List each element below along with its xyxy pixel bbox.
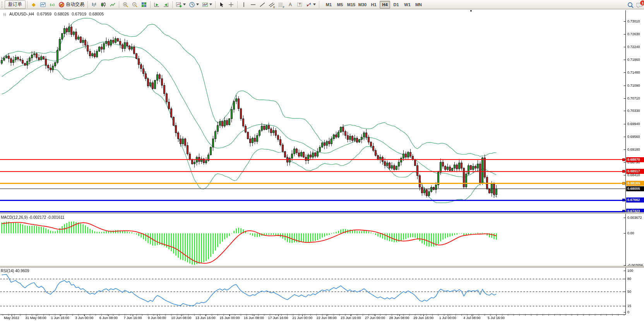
search-icon[interactable]: [627, 2, 633, 8]
timeframe-h4[interactable]: H4: [380, 1, 390, 9]
vertical-line-button[interactable]: [239, 0, 248, 9]
level-line-0.67662[interactable]: [0, 200, 625, 201]
level-line-0.68870[interactable]: [0, 159, 625, 160]
price-tick-label: 0.73010: [627, 19, 640, 23]
indicators-button[interactable]: [174, 0, 187, 9]
price-badge-0.68005: 0.68005: [626, 186, 644, 191]
pane-splitter-rsi[interactable]: [0, 266, 644, 268]
text-tool-icon: A: [287, 2, 293, 8]
candlestick-chart-button[interactable]: [99, 0, 108, 9]
time-label: 13 Jun 16:00: [195, 316, 216, 320]
crosshair-icon: [228, 2, 234, 8]
timeframe-w1[interactable]: W1: [402, 1, 413, 9]
level-line-handle[interactable]: [622, 170, 625, 173]
crosshair-button[interactable]: [226, 0, 236, 9]
bar-chart-icon: [91, 2, 97, 8]
market-watch-button[interactable]: [38, 0, 48, 9]
auto-scroll-button[interactable]: [152, 0, 161, 9]
toolbar-grip[interactable]: [2, 2, 4, 8]
level-line-0.68005[interactable]: [0, 189, 625, 189]
trendline-button[interactable]: [258, 0, 267, 9]
time-label: 10 Jun 08:00: [171, 316, 191, 320]
signal-icon: [49, 2, 55, 8]
tile-windows-button[interactable]: [139, 0, 149, 9]
time-label: 3 Jun 00:00: [75, 316, 93, 320]
macd-tick-label: 0.00: [627, 231, 634, 235]
time-label: 29 Jun 16:00: [413, 316, 433, 320]
tile-windows-icon: [141, 2, 147, 8]
price-tick-label: 0.70330: [627, 109, 640, 113]
bar-chart-button[interactable]: [89, 0, 99, 9]
timeframe-m30[interactable]: M30: [357, 1, 368, 9]
cursor-arrow-icon: [219, 2, 225, 8]
chart-shift-button[interactable]: [161, 0, 171, 9]
chart-window-icon: [40, 2, 46, 8]
fibo-sub-label: F: [283, 6, 284, 9]
line-chart-button[interactable]: [108, 0, 117, 9]
rsi-tick-label: 80: [627, 277, 631, 281]
price-tick-label: 0.69940: [627, 122, 640, 126]
level-line-handle[interactable]: [622, 158, 625, 161]
price-tick-label: 0.70710: [627, 96, 640, 100]
price-badge-0.67662: 0.67662: [626, 197, 644, 203]
timeframe-m15[interactable]: M15: [346, 1, 356, 9]
zoom-out-icon: [132, 2, 138, 8]
level-line-0.68517[interactable]: [0, 171, 625, 172]
autotrading-ban-icon: [58, 2, 65, 8]
text-button[interactable]: A: [286, 0, 295, 9]
timeframe-m1[interactable]: M1: [324, 1, 334, 9]
toolbar-separator: [319, 1, 319, 8]
new-order-label: 新订单: [8, 1, 22, 8]
ohlc-open: 0.67959: [37, 12, 51, 16]
price-chart-canvas[interactable]: [0, 0, 644, 321]
periods-button[interactable]: [187, 0, 200, 9]
label-tool-letter: T: [299, 2, 301, 6]
open-chart-button[interactable]: ◆: [29, 0, 38, 9]
dropdown-caret-icon: [183, 2, 186, 8]
arrows-button[interactable]: [304, 0, 317, 9]
dropdown-caret-icon: [196, 2, 199, 8]
chart-shift-marker[interactable]: ▼: [469, 10, 473, 13]
level-line-0.68165[interactable]: [0, 183, 625, 184]
dropdown-caret-icon: [313, 2, 316, 8]
timeframe-h1[interactable]: H1: [368, 1, 379, 9]
timeframe-m5[interactable]: M5: [335, 1, 345, 9]
new-order-button[interactable]: 新订单: [5, 0, 26, 9]
channel-sub-label: E: [273, 6, 275, 9]
timeframe-mn[interactable]: MN: [413, 1, 424, 9]
horizontal-line-button[interactable]: [248, 0, 258, 9]
template-icon: [202, 2, 208, 8]
signals-button[interactable]: [48, 0, 57, 9]
time-label: 27 Jun 00:00: [365, 316, 385, 320]
templates-button[interactable]: [200, 0, 214, 9]
pane-splitter-macd[interactable]: [0, 212, 644, 214]
rsi-tick-label: 15: [627, 304, 631, 308]
time-label: 31 May 08:00: [25, 316, 46, 320]
notifications-button[interactable]: 1: [636, 2, 642, 8]
toolbar-right: 1: [627, 0, 642, 9]
time-label: May 2022: [4, 316, 19, 320]
rsi-tick-label: 0: [627, 310, 629, 314]
autotrading-button[interactable]: 自动交易: [57, 0, 86, 9]
fibonacci-button[interactable]: F: [276, 0, 286, 9]
timeframe-group: M1M5M15M30H1H4D1W1MN: [323, 1, 424, 9]
time-label: 4 Jul 08:00: [463, 316, 480, 320]
zoom-out-button[interactable]: [130, 0, 139, 9]
channel-button[interactable]: E: [267, 0, 276, 9]
symbol-period-label: AUDUSD-,H4: [9, 12, 34, 16]
timeframe-d1[interactable]: D1: [391, 1, 401, 9]
ohlc-low: 0.67919: [72, 12, 86, 16]
level-line-handle[interactable]: [622, 182, 625, 185]
price-badge-0.68517: 0.68517: [626, 169, 644, 174]
level-line-handle[interactable]: [622, 199, 625, 201]
time-label: 28 Jun 08:00: [389, 316, 409, 320]
time-label: 17 Jun 16:00: [268, 316, 288, 320]
chart-shift-icon: [163, 2, 169, 8]
rsi-tick-label: 50: [627, 290, 631, 294]
cursor-button[interactable]: [217, 0, 226, 9]
symbol-icon: [3, 12, 7, 16]
rsi-label: RSI(14) 40.9609: [1, 269, 29, 273]
chart-title: AUDUSD-,H4 0.67959 0.68026 0.67919 0.680…: [3, 12, 104, 16]
label-button[interactable]: T: [295, 0, 304, 9]
zoom-in-button[interactable]: [121, 0, 130, 9]
